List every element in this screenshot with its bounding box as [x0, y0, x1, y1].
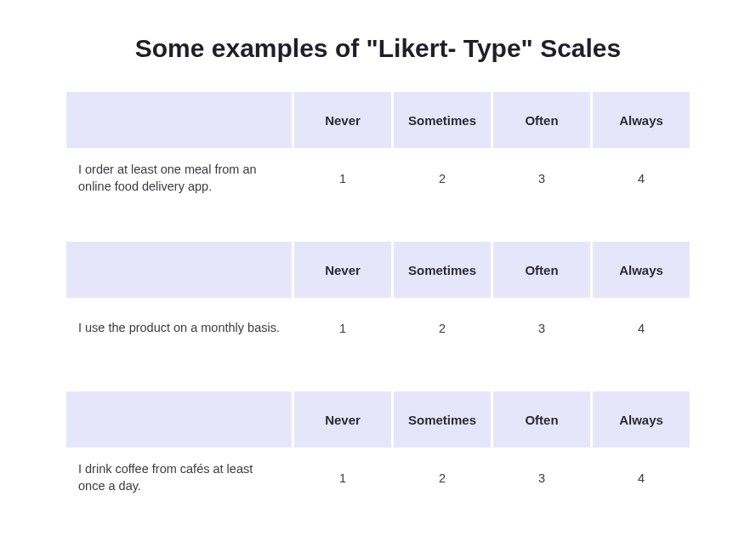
table-row: I drink coffee from cafés at least once …: [66, 448, 690, 509]
likert-table-3: Never Sometimes Often Always I drink cof…: [64, 391, 692, 509]
statement-cell: I drink coffee from cafés at least once …: [66, 448, 292, 509]
tables-container: Never Sometimes Often Always I order at …: [0, 92, 756, 509]
value-cell: 1: [294, 448, 391, 509]
value-cell: 2: [394, 298, 491, 359]
header-blank: [66, 391, 292, 448]
header-never: Never: [294, 92, 391, 148]
header-sometimes: Sometimes: [394, 391, 491, 448]
value-cell: 3: [493, 148, 590, 209]
statement-cell: I order at least one meal from an online…: [66, 148, 292, 209]
table-row: I order at least one meal from an online…: [66, 148, 690, 209]
value-cell: 2: [394, 448, 491, 509]
header-always: Always: [593, 391, 690, 448]
statement-cell: I use the product on a monthly basis.: [66, 298, 292, 359]
page-title: Some examples of "Likert- Type" Scales: [0, 34, 756, 63]
table-header-row: Never Sometimes Often Always: [66, 391, 690, 448]
header-often: Often: [493, 92, 590, 148]
header-sometimes: Sometimes: [394, 242, 491, 298]
header-always: Always: [593, 242, 690, 298]
value-cell: 4: [593, 148, 690, 209]
header-blank: [66, 242, 292, 298]
value-cell: 1: [294, 148, 391, 209]
header-always: Always: [593, 92, 690, 148]
value-cell: 4: [593, 448, 690, 509]
table-row: I use the product on a monthly basis. 1 …: [66, 298, 690, 359]
value-cell: 2: [394, 148, 491, 209]
value-cell: 1: [294, 298, 391, 359]
header-blank: [66, 92, 292, 148]
value-cell: 4: [593, 298, 690, 359]
likert-table-1: Never Sometimes Often Always I order at …: [64, 92, 692, 209]
likert-table-2: Never Sometimes Often Always I use the p…: [64, 242, 692, 359]
header-sometimes: Sometimes: [394, 92, 491, 148]
table-header-row: Never Sometimes Often Always: [66, 242, 690, 298]
value-cell: 3: [493, 298, 590, 359]
header-never: Never: [294, 391, 391, 448]
header-often: Often: [493, 242, 590, 298]
table-header-row: Never Sometimes Often Always: [66, 92, 690, 148]
header-often: Often: [493, 391, 590, 448]
header-never: Never: [294, 242, 391, 298]
value-cell: 3: [493, 448, 590, 509]
